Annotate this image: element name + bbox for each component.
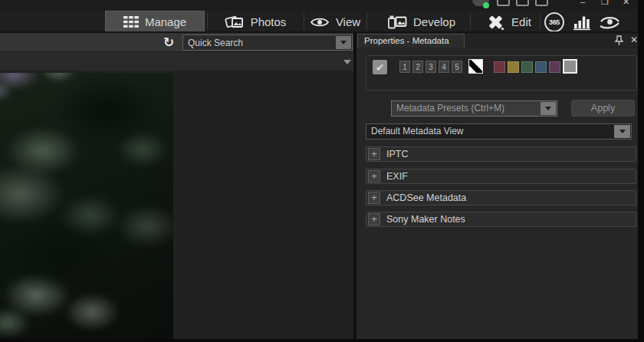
expand-plus-icon[interactable]: + — [368, 148, 380, 160]
tab-develop[interactable]: Develop — [379, 11, 465, 33]
dashboard-chart-icon[interactable] — [571, 12, 593, 32]
section-label: EXIF — [386, 169, 408, 184]
rating-button-3[interactable]: 3 — [426, 61, 436, 73]
presets-dropdown-button[interactable] — [540, 102, 556, 115]
rating-button-1[interactable]: 1 — [399, 61, 410, 73]
tab-manage-label: Manage — [145, 15, 186, 28]
quick-search-box — [182, 35, 353, 51]
quick-search-input[interactable] — [183, 35, 352, 50]
eye-icon — [310, 16, 330, 28]
tab-manage[interactable]: Manage — [105, 11, 205, 33]
tab-photos-label: Photos — [251, 15, 287, 28]
mode-tab-bar: Manage Photos View — [0, 10, 644, 31]
metadata-view-value: Default Metadata View — [371, 126, 464, 136]
apply-button[interactable]: Apply — [571, 100, 635, 117]
filter-strip — [0, 52, 354, 71]
auto-advance-eye-icon[interactable] — [597, 12, 622, 33]
check-icon: ✔ — [376, 61, 385, 74]
section-acdsee-metadata[interactable]: + ACDSee Metadata — [366, 190, 636, 206]
tab-edit-label: Edit — [511, 15, 531, 28]
rating-button-5[interactable]: 5 — [452, 61, 462, 73]
properties-panel: Properties - Metadata ✕ ✔ 1 2 3 4 5 — [356, 34, 638, 339]
badge-365-label: 365 — [549, 18, 560, 26]
properties-metadata-tab[interactable]: Properties - Metadata — [357, 34, 465, 48]
section-label: ACDSee Metadata — [386, 191, 466, 206]
restore-button[interactable]: ❐ — [601, 0, 609, 7]
sync-status-dot — [483, 2, 489, 8]
photos-icon — [225, 15, 245, 30]
section-label: Sony Maker Notes — [386, 212, 465, 227]
metadata-presets-dropdown[interactable]: Metadata Presets (Ctrl+M) — [391, 100, 557, 117]
pin-icon[interactable] — [614, 35, 624, 46]
view-dropdown-button[interactable] — [614, 125, 630, 138]
rating-label-group: ✔ 1 2 3 4 5 — [366, 55, 637, 90]
chevron-down-icon — [545, 107, 551, 110]
color-label-purple[interactable] — [549, 61, 560, 73]
chevron-down-icon — [340, 41, 347, 44]
expand-plus-icon[interactable]: + — [368, 213, 380, 225]
tab-separator — [366, 13, 367, 29]
window-edge-bottom — [0, 339, 644, 342]
edit-icon — [487, 14, 505, 31]
layout-pane-button-3[interactable] — [535, 0, 548, 6]
tab-separator — [470, 13, 471, 29]
tab-separator — [207, 13, 208, 29]
refresh-icon[interactable]: ↻ — [159, 34, 178, 51]
window-edge-right — [638, 0, 644, 342]
tab-edit[interactable]: Edit — [478, 11, 540, 33]
tab-view-label: View — [336, 15, 360, 28]
section-label: IPTC — [386, 147, 408, 162]
clear-rating-button[interactable] — [468, 59, 483, 74]
browser-toolbar: ↻ — [0, 33, 354, 52]
metadata-presets-value: Metadata Presets (Ctrl+M) — [396, 103, 504, 113]
search-dropdown-button[interactable] — [336, 36, 351, 49]
layout-pane-button-1[interactable] — [497, 0, 510, 6]
metadata-view-dropdown[interactable]: Default Metadata View — [366, 123, 632, 140]
tab-develop-label: Develop — [413, 15, 455, 28]
properties-tab-strip: Properties - Metadata ✕ — [356, 34, 638, 48]
tab-view[interactable]: View — [307, 11, 363, 33]
tab-separator — [304, 13, 304, 29]
expand-plus-icon[interactable]: + — [368, 192, 380, 204]
tagged-checkbox[interactable]: ✔ — [373, 60, 387, 74]
acdsee-window: – ❐ ✕ Manage — [0, 0, 644, 342]
section-iptc[interactable]: + IPTC — [366, 146, 636, 162]
layout-pane-button-2[interactable] — [516, 0, 529, 6]
color-label-red[interactable] — [494, 61, 505, 73]
close-window-button[interactable]: ✕ — [623, 0, 629, 7]
color-label-none-selected[interactable] — [563, 59, 577, 74]
photo-image — [0, 73, 173, 339]
minimize-button[interactable]: – — [580, 0, 585, 6]
collapse-caret-icon[interactable] — [343, 60, 351, 64]
chevron-down-icon — [619, 130, 626, 133]
color-label-blue[interactable] — [535, 61, 547, 73]
expand-plus-icon[interactable]: + — [368, 170, 380, 183]
photo-thumbnail[interactable] — [0, 73, 173, 339]
rating-button-4[interactable]: 4 — [439, 61, 449, 73]
title-bar: – ❐ ✕ — [0, 0, 644, 10]
develop-icon — [388, 15, 407, 29]
rating-button-2[interactable]: 2 — [412, 61, 423, 73]
grid-icon — [123, 16, 139, 28]
tab-photos[interactable]: Photos — [209, 11, 302, 33]
section-sony-maker-notes[interactable]: + Sony Maker Notes — [366, 212, 636, 227]
section-exif[interactable]: + EXIF — [366, 169, 636, 184]
acdsee-365-icon[interactable]: 365 — [544, 12, 564, 32]
color-label-yellow[interactable] — [508, 61, 519, 73]
color-label-green[interactable] — [521, 61, 533, 73]
tab-separator — [540, 13, 540, 29]
